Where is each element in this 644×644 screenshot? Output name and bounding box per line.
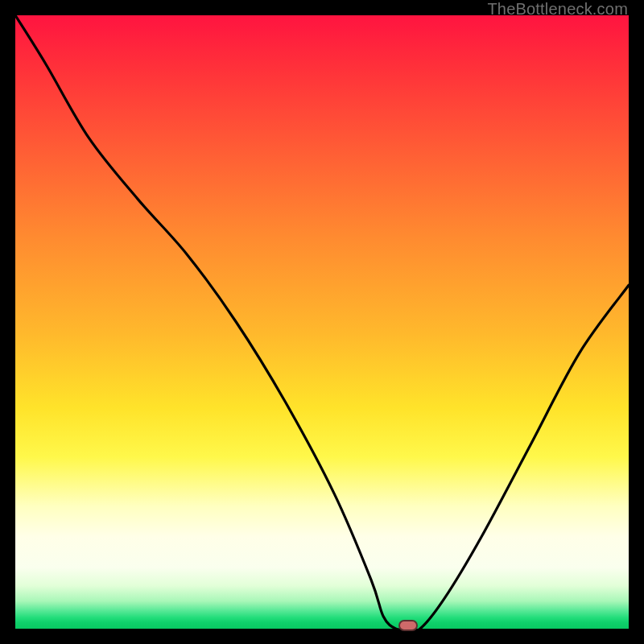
bottleneck-curve — [15, 15, 629, 629]
watermark-text: TheBottleneck.com — [487, 0, 628, 19]
optimal-point-marker — [398, 620, 418, 631]
plot-area — [15, 15, 629, 629]
chart-frame: TheBottleneck.com — [0, 0, 644, 644]
